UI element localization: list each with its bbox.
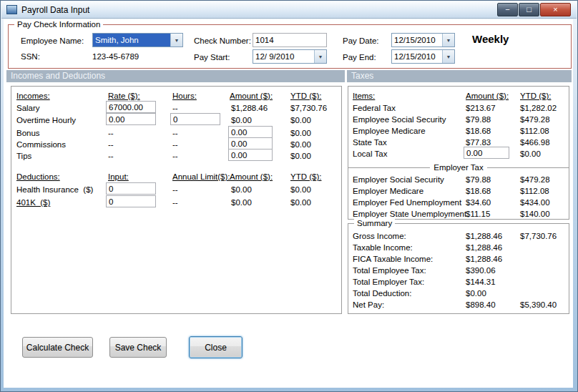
chevron-down-icon[interactable]: ▼ (442, 34, 454, 46)
titlebar[interactable]: Payroll Data Input (1, 1, 577, 19)
pay-start-label: Pay Start: (194, 52, 230, 62)
summary-fica-amount: $1,288.46 (466, 254, 502, 264)
chevron-down-icon[interactable]: ▼ (442, 50, 454, 63)
pay-start-value: 12/ 9/2010 (253, 50, 314, 63)
salary-rate-input[interactable] (106, 101, 156, 113)
summary-emp-tax-label: Total Employee Tax: (353, 265, 426, 275)
employer-tax-separator: Employer Tax (348, 162, 569, 172)
income-tips-hours: -- (172, 151, 178, 161)
deduction-401k-link[interactable]: 401K ($) (16, 197, 50, 207)
overtime-rate-input[interactable] (106, 113, 156, 125)
chevron-down-icon[interactable]: ▼ (314, 50, 326, 63)
taxes-col-items: Items: (353, 91, 375, 101)
401k-input[interactable] (106, 195, 156, 207)
pay-date-picker[interactable]: 12/15/2010 ▼ (391, 33, 455, 47)
overtime-hours-input[interactable] (170, 113, 220, 125)
tax-er-state-unemp-ytd: $140.00 (520, 209, 550, 219)
tax-er-medicare-ytd: $112.08 (520, 186, 549, 196)
tax-er-ss-label: Employer Social Security (353, 175, 444, 185)
tax-state-amount: $77.83 (466, 137, 491, 147)
calculate-check-button[interactable]: Calculate Check (22, 337, 93, 358)
close-button[interactable]: Close (189, 336, 243, 358)
pay-end-value: 12/15/2010 (392, 50, 442, 63)
tax-emp-ss-amount: $79.88 (466, 114, 491, 124)
deduction-health-ytd: $0.00 (290, 185, 311, 195)
tax-er-fed-unemp-ytd: $434.00 (520, 197, 550, 207)
paycheck-info-legend: Pay Check Information (14, 19, 103, 29)
income-overtime-label: Overtime Hourly (16, 115, 76, 125)
local-tax-input[interactable] (464, 147, 509, 159)
pay-end-label: Pay End: (343, 52, 376, 62)
employee-name-select[interactable]: Smith, John ▼ (92, 33, 183, 47)
tax-er-medicare-amount: $18.68 (466, 186, 491, 196)
ssn-label: SSN: (21, 52, 40, 62)
summary-deduction-label: Total Deduction: (353, 288, 411, 298)
incomes-col-amount: Amount ($): (230, 91, 273, 101)
income-commissions-hours: -- (172, 139, 178, 150)
deduction-401k-amount: $0.00 (231, 197, 252, 207)
minimize-button[interactable]: − (497, 3, 518, 16)
pay-date-label: Pay Date: (343, 36, 379, 46)
tips-amount-input[interactable] (228, 149, 273, 161)
deductions-col-name: Deductions: (16, 172, 60, 182)
summary-gross-amount: $1,288.46 (466, 231, 502, 241)
summary-gross-ytd: $7,730.76 (520, 231, 557, 241)
deductions-col-ytd: YTD ($): (290, 172, 321, 182)
tax-er-ss-amount: $79.88 (466, 175, 491, 185)
chevron-down-icon[interactable]: ▼ (170, 34, 182, 46)
summary-emp-tax-amount: $390.06 (466, 265, 496, 275)
summary-er-tax-label: Total Employer Tax: (353, 277, 424, 287)
income-tips-rate: -- (108, 151, 114, 161)
income-tips-label: Tips (16, 151, 31, 161)
income-overtime-amount: $0.00 (231, 115, 252, 125)
tax-state-label: State Tax (353, 137, 387, 147)
incomes-col-hours: Hours: (172, 91, 197, 101)
tax-emp-ss-ytd: $479.28 (520, 114, 550, 124)
tax-federal-label: Federal Tax (353, 103, 396, 113)
summary-netpay-ytd: $5,390.40 (520, 300, 557, 310)
check-number-label: Check Number: (194, 36, 251, 46)
pay-date-value: 12/15/2010 (392, 34, 442, 46)
incomes-deductions-header: Incomes and Deductions (6, 70, 345, 82)
employee-name-label: Employee Name: (21, 36, 84, 46)
summary-er-tax-amount: $144.31 (466, 277, 496, 287)
tax-emp-medicare-label: Employee Medicare (353, 126, 426, 136)
tax-er-fed-unemp-amount: $34.60 (466, 197, 491, 207)
deduction-health-amount: $0.00 (231, 185, 252, 195)
income-bonus-ytd: $0.00 (290, 128, 311, 138)
summary-netpay-label: Net Pay: (353, 300, 384, 310)
summary-fica-label: FICA Taxable Income: (353, 254, 433, 264)
income-salary-ytd: $7,730.76 (290, 103, 327, 113)
tax-local-ytd: $0.00 (520, 149, 541, 159)
pay-start-picker[interactable]: 12/ 9/2010 ▼ (253, 49, 327, 64)
save-check-button[interactable]: Save Check (109, 337, 167, 358)
incomes-col-rate: Rate ($): (108, 91, 140, 101)
maximize-button[interactable]: □ (519, 3, 539, 16)
tax-er-state-unemp-amount: $11.15 (466, 209, 490, 219)
deduction-401k-ytd: $0.00 (290, 197, 311, 207)
health-insurance-input[interactable] (106, 182, 156, 195)
tax-er-state-unemp-label: Employer State Unemployment (353, 209, 466, 219)
ssn-value: 123-45-6789 (92, 52, 139, 62)
summary-gross-label: Gross Income: (353, 231, 406, 241)
taxes-header: Taxes (347, 70, 572, 82)
tax-federal-amount: $213.67 (466, 103, 496, 113)
close-window-button[interactable]: × (540, 3, 571, 16)
commissions-amount-input[interactable] (228, 137, 273, 150)
caption-buttons: − □ × (497, 3, 571, 16)
taxes-col-amount: Amount ($): (466, 91, 509, 101)
incomes-col-name: Incomes: (16, 91, 50, 101)
deductions-col-limit: Annual Limit($): (172, 172, 230, 182)
deduction-401k-limit: -- (172, 197, 178, 207)
pay-end-picker[interactable]: 12/15/2010 ▼ (391, 49, 455, 64)
summary-netpay-amount: $898.40 (466, 300, 496, 310)
check-number-input[interactable] (253, 33, 327, 47)
bonus-amount-input[interactable] (228, 126, 273, 138)
income-overtime-ytd: $0.00 (290, 115, 311, 125)
incomes-col-ytd: YTD ($): (290, 91, 321, 101)
deductions-col-amount: Amount ($): (230, 172, 273, 182)
income-commissions-label: Commissions (16, 139, 66, 150)
payroll-window: Payroll Data Input − □ × Pay Check Infor… (0, 0, 578, 392)
tax-er-fed-unemp-label: Employer Fed Unemployment (353, 197, 461, 207)
tax-emp-medicare-ytd: $112.08 (520, 126, 549, 136)
